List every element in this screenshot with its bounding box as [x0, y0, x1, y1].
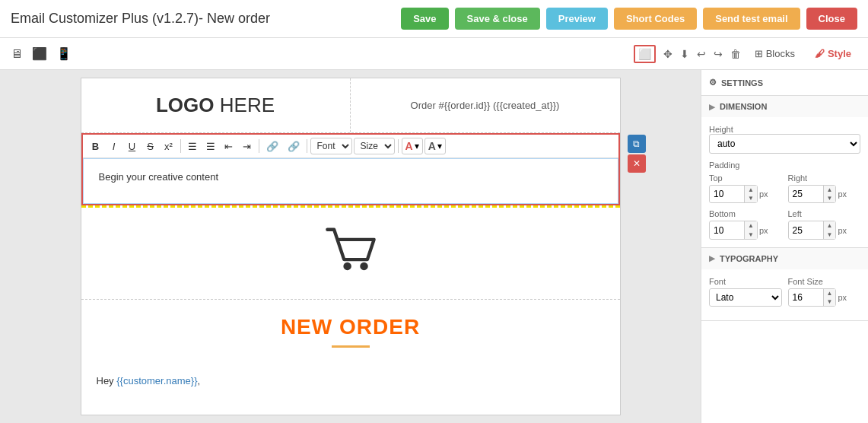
- editor-action-delete-button[interactable]: ✕: [628, 154, 646, 173]
- blocks-tab[interactable]: ⊞ Blocks: [749, 45, 801, 62]
- logo-section: LOGO HERE: [81, 78, 351, 132]
- font-color-button[interactable]: A ▾: [402, 138, 423, 154]
- email-header: LOGO HERE Order #{{order.id}} ({{created…: [81, 78, 620, 133]
- style-brush-icon: 🖌: [815, 48, 825, 59]
- typography-grid: Font Lato Font Size: [709, 277, 860, 307]
- separator-3: [307, 139, 307, 153]
- ordered-list-button[interactable]: ☰: [202, 139, 219, 154]
- bottom-input[interactable]: [710, 223, 744, 238]
- typography-section: ▶ TYPOGRAPHY Font Lato Font Size: [701, 248, 868, 321]
- font-size-decrement-button[interactable]: ▼: [824, 297, 836, 306]
- italic-button[interactable]: I: [106, 139, 122, 154]
- right-spinner-buttons: ▲ ▼: [823, 186, 836, 202]
- bottom-px-label: px: [759, 226, 768, 235]
- separator-4: [398, 139, 399, 153]
- tablet-icon[interactable]: ⬛: [32, 46, 47, 61]
- top-bar-actions: Save Save & close Preview Short Codes Se…: [401, 8, 857, 30]
- svg-point-1: [360, 262, 368, 271]
- padding-grid: Top ▲ ▼ px: [709, 173, 860, 240]
- right-label: Right: [788, 173, 861, 183]
- top-input[interactable]: [710, 186, 744, 202]
- typography-label: TYPOGRAPHY: [720, 254, 778, 263]
- link-button[interactable]: 🔗: [262, 139, 282, 154]
- dimension-section: ▶ DIMENSION Height auto Padding Top: [701, 96, 868, 248]
- download-icon[interactable]: ⬇: [680, 48, 689, 60]
- move-icon[interactable]: ✥: [663, 48, 672, 60]
- left-decrement-button[interactable]: ▼: [824, 231, 836, 239]
- customer-greeting: Hey {{customer.name}},: [97, 375, 201, 386]
- email-container: LOGO HERE Order #{{order.id}} ({{created…: [81, 78, 621, 415]
- right-panel: ⚙ SETTINGS ▶ DIMENSION Height auto Paddi…: [701, 70, 868, 423]
- preview-button[interactable]: Preview: [546, 8, 608, 30]
- mobile-icon[interactable]: 📱: [56, 46, 72, 61]
- right-decrement-button[interactable]: ▼: [824, 194, 836, 202]
- save-button[interactable]: Save: [401, 8, 448, 30]
- editor-action-copy-button[interactable]: ⧉: [628, 135, 646, 153]
- bold-button[interactable]: B: [87, 139, 104, 154]
- top-px-label: px: [759, 189, 768, 199]
- editor-action-buttons: ⧉ ✕: [628, 135, 646, 173]
- unlink-button[interactable]: 🔗: [284, 139, 304, 154]
- font-select[interactable]: Font: [310, 138, 352, 154]
- right-input[interactable]: [789, 186, 823, 202]
- separator-2: [259, 139, 259, 153]
- redo-icon[interactable]: ↪: [714, 48, 723, 60]
- select-icon[interactable]: ⬜: [634, 45, 656, 63]
- underline-button[interactable]: U: [124, 139, 141, 154]
- editor-content[interactable]: Begin your creative content: [83, 158, 618, 204]
- bottom-decrement-button[interactable]: ▼: [745, 231, 757, 239]
- bottom-spinner-buttons: ▲ ▼: [744, 221, 757, 238]
- height-select[interactable]: auto: [709, 134, 860, 154]
- font-size-input[interactable]: [789, 290, 823, 305]
- top-spinner-buttons: ▲ ▼: [744, 186, 757, 202]
- outdent-button[interactable]: ⇤: [221, 139, 237, 154]
- font-size-increment-button[interactable]: ▲: [824, 289, 836, 297]
- dimension-label: DIMENSION: [720, 102, 767, 111]
- top-input-row: ▲ ▼ px: [709, 185, 782, 203]
- font-family-select-wrap: Lato: [709, 288, 782, 307]
- short-codes-button[interactable]: Short Codes: [614, 8, 697, 30]
- left-px-label: px: [838, 226, 847, 235]
- left-spinner-buttons: ▲ ▼: [823, 221, 836, 238]
- font-size-label: Font Size: [788, 277, 861, 286]
- right-px-label: px: [838, 189, 847, 199]
- undo-icon[interactable]: ↩: [697, 48, 706, 60]
- font-size-field: Font Size ▲ ▼ px: [788, 277, 861, 307]
- device-icons: 🖥 ⬛ 📱: [11, 46, 72, 61]
- device-bar: 🖥 ⬛ 📱 ⬜ ✥ ⬇ ↩ ↪ 🗑 ⊞ Blocks 🖌 Style: [0, 38, 868, 70]
- canvas[interactable]: LOGO HERE Order #{{order.id}} ({{created…: [0, 70, 701, 423]
- save-close-button[interactable]: Save & close: [455, 8, 540, 30]
- font-family-label: Font: [709, 277, 782, 286]
- unordered-list-button[interactable]: ☰: [184, 139, 201, 154]
- delete-icon[interactable]: 🗑: [730, 48, 741, 60]
- left-input[interactable]: [789, 223, 823, 238]
- top-increment-button[interactable]: ▲: [745, 186, 757, 194]
- blocks-label: Blocks: [766, 48, 795, 59]
- bottom-increment-button[interactable]: ▲: [745, 221, 757, 230]
- dimension-header[interactable]: ▶ DIMENSION: [701, 96, 868, 117]
- page-title: Email Customizer Plus (v1.2.7)- New orde…: [11, 11, 270, 27]
- bottom-input-row: ▲ ▼ px: [709, 221, 782, 239]
- style-tab[interactable]: 🖌 Style: [809, 45, 857, 62]
- typography-header[interactable]: ▶ TYPOGRAPHY: [701, 248, 868, 269]
- size-select[interactable]: Size: [354, 138, 395, 154]
- bg-color-button[interactable]: A ▾: [424, 138, 446, 154]
- desktop-icon[interactable]: 🖥: [11, 47, 23, 61]
- strikethrough-button[interactable]: S: [142, 139, 159, 154]
- close-button[interactable]: Close: [806, 8, 857, 30]
- top-decrement-button[interactable]: ▼: [745, 194, 757, 202]
- logo-text: LOGO HERE: [156, 94, 275, 117]
- left-label: Left: [788, 209, 861, 218]
- blocks-grid-icon: ⊞: [755, 48, 763, 59]
- left-increment-button[interactable]: ▲: [824, 221, 836, 230]
- padding-right-field: Right ▲ ▼ px: [788, 173, 861, 203]
- indent-button[interactable]: ⇥: [239, 139, 256, 154]
- new-order-underline: [332, 345, 370, 348]
- right-increment-button[interactable]: ▲: [824, 186, 836, 194]
- font-family-select[interactable]: Lato: [710, 289, 781, 306]
- superscript-button[interactable]: x²: [161, 139, 177, 154]
- send-test-email-button[interactable]: Send test email: [703, 8, 800, 30]
- editor-toolbar-wrap: B I U S x² ☰ ☰ ⇤ ⇥ 🔗 🔗 Font: [81, 133, 620, 205]
- right-spinner: ▲ ▼: [788, 185, 837, 203]
- bottom-label: Bottom: [709, 209, 782, 218]
